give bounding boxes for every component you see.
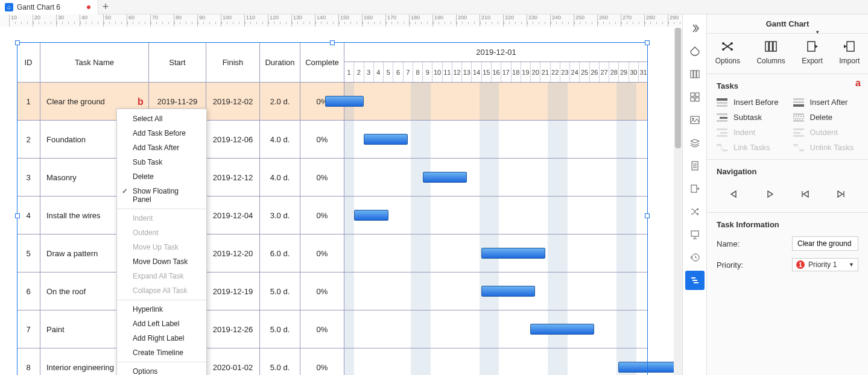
menu-item[interactable]: Create Timeline — [117, 345, 206, 360]
gantt-bar[interactable] — [325, 96, 364, 107]
priority-select[interactable]: 1 Priority 1 ▼ — [792, 258, 858, 271]
subtask-button[interactable]: Subtask — [717, 113, 782, 122]
gantt-chart[interactable]: ID Task Name Start Finish Duration Compl… — [17, 42, 648, 375]
svg-rect-3 — [691, 93, 694, 96]
svg-rect-21 — [770, 42, 773, 51]
gantt-row[interactable]: 7Paint2019-12-265.0 d.0% — [17, 310, 648, 348]
nav-prev-button[interactable] — [726, 186, 743, 203]
svg-rect-40 — [793, 128, 804, 130]
nav-first-button[interactable] — [797, 186, 814, 203]
name-input[interactable] — [792, 236, 858, 251]
gantt-row[interactable]: 4Install the wires2019-12-043.0 d.0% — [17, 197, 648, 235]
panel-title: Gantt Chart — [707, 14, 868, 34]
modified-dot-icon — [87, 5, 90, 9]
header-name: Task Name — [40, 42, 149, 82]
gantt-row[interactable]: 1Clear the ground2019-11-292019-12-022.0… — [17, 83, 648, 121]
grid-icon[interactable] — [685, 87, 705, 107]
menu-item[interactable]: Add Task After — [117, 140, 206, 155]
menu-item[interactable]: Move Down Task — [117, 254, 206, 269]
svg-point-18 — [722, 48, 724, 51]
gantt-bar[interactable] — [530, 324, 594, 335]
shuffle-icon[interactable] — [685, 202, 705, 221]
svg-rect-43 — [717, 144, 721, 146]
doc-icon: ⌂ — [5, 3, 13, 11]
name-label: Name: — [717, 239, 740, 248]
menu-item: Collapse All Task — [117, 283, 206, 298]
menu-item[interactable]: Sub Task — [117, 155, 206, 169]
svg-rect-1 — [694, 71, 696, 78]
delete-button[interactable]: Delete — [793, 113, 859, 122]
gantt-header: ID Task Name Start Finish Duration Compl… — [17, 42, 648, 83]
tab-bar: ⌂ Gantt Chart 6 + — [0, 0, 868, 14]
svg-rect-33 — [717, 120, 727, 122]
svg-rect-31 — [717, 113, 727, 115]
image-icon[interactable] — [685, 110, 705, 130]
gantt-row[interactable]: 2Foundation2019-12-064.0 d.0% — [17, 121, 648, 159]
vertical-scrollbar[interactable] — [674, 28, 682, 375]
gantt-row[interactable]: 6On the roof2019-12-195.0 d.0% — [17, 273, 648, 310]
layers-icon[interactable] — [685, 133, 705, 153]
svg-rect-44 — [723, 150, 727, 151]
menu-item[interactable]: Delete — [117, 169, 206, 184]
svg-rect-45 — [793, 144, 798, 146]
svg-rect-2 — [697, 71, 699, 78]
scrollbar-thumb[interactable] — [675, 28, 681, 148]
nav-next-button[interactable] — [761, 186, 778, 203]
unlink-tasks-button: Unlink Tasks — [793, 143, 859, 152]
outdent-button: Outdent — [793, 128, 859, 137]
menu-item[interactable]: Add Left Label — [117, 317, 206, 331]
gantt-row[interactable]: 8Interior engineering2020-01-025.0 d.0% — [17, 348, 648, 375]
header-complete: Complete — [300, 42, 344, 82]
options-button[interactable]: Options — [715, 40, 740, 65]
columns-button[interactable]: Columns — [756, 40, 785, 65]
icon-rail — [682, 14, 706, 375]
history-icon[interactable] — [685, 248, 705, 267]
canvas-area: 1020304050607080901001101201301401501601… — [0, 14, 682, 375]
svg-rect-23 — [808, 42, 815, 51]
gantt-bar[interactable] — [423, 172, 467, 183]
svg-rect-5 — [691, 98, 694, 101]
tab-title: Gantt Chart 6 — [17, 3, 60, 11]
gantt-bar[interactable] — [354, 210, 388, 221]
gantt-bar[interactable] — [364, 134, 408, 145]
svg-rect-36 — [793, 120, 804, 122]
nav-last-button[interactable] — [832, 186, 849, 203]
svg-rect-26 — [717, 102, 727, 104]
svg-rect-13 — [691, 277, 695, 279]
svg-rect-20 — [765, 42, 768, 51]
import-button[interactable]: Import — [839, 40, 860, 65]
add-tab-button[interactable]: + — [98, 0, 113, 14]
export-icon[interactable] — [685, 179, 705, 198]
svg-rect-28 — [793, 98, 804, 100]
insert-after-button[interactable]: Insert After — [793, 98, 859, 107]
svg-point-17 — [730, 48, 733, 51]
document-tab[interactable]: ⌂ Gantt Chart 6 — [0, 0, 98, 14]
navigation-heading: Navigation — [717, 167, 858, 176]
presentation-icon[interactable] — [685, 225, 705, 244]
collapse-rail-button[interactable] — [685, 19, 705, 38]
gantt-bar[interactable] — [481, 286, 535, 297]
page-icon[interactable] — [685, 156, 705, 175]
header-month: 2019-12-01 — [344, 42, 648, 62]
menu-item[interactable]: Add Right Label — [117, 331, 206, 345]
gantt-bar[interactable] — [481, 248, 545, 259]
svg-rect-27 — [717, 105, 727, 107]
export-button[interactable]: ▾ Export — [802, 40, 823, 65]
gantt-row[interactable]: 5Draw a pattern2019-12-206.0 d.0% — [17, 235, 648, 273]
svg-rect-35 — [793, 116, 804, 119]
menu-item[interactable]: Add Task Before — [117, 126, 206, 140]
gantt-row[interactable]: 3Masonry2019-12-124.0 d.0% — [17, 159, 648, 197]
menu-item[interactable]: Options — [117, 364, 206, 375]
header-start: Start — [149, 42, 206, 82]
theme-icon[interactable] — [685, 42, 705, 61]
svg-rect-37 — [717, 128, 727, 130]
insert-before-button[interactable]: Insert Before — [717, 98, 782, 107]
svg-rect-24 — [847, 42, 854, 51]
gantt-panel-icon[interactable] — [685, 271, 705, 290]
menu-item[interactable]: Select All — [117, 112, 206, 126]
gantt-bar[interactable] — [618, 362, 677, 373]
svg-rect-41 — [793, 132, 800, 134]
columns-icon[interactable] — [685, 65, 705, 84]
menu-item[interactable]: Hyperlink — [117, 302, 206, 317]
menu-item[interactable]: ✓Show Floating Panel — [117, 184, 206, 207]
